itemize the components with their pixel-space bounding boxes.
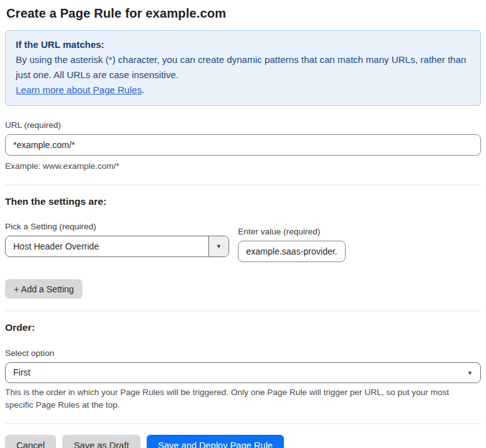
info-box-link-line: Learn more about Page Rules. <box>16 83 470 98</box>
value-label: Enter value (required) <box>238 227 346 236</box>
learn-more-link[interactable]: Learn more about Page Rules <box>16 84 142 95</box>
setting-column: Pick a Setting (required) Host Header Ov… <box>5 222 229 257</box>
order-heading: Order: <box>5 322 481 333</box>
info-box-text: By using the asterisk (*) character, you… <box>16 52 470 83</box>
url-input[interactable] <box>5 134 481 156</box>
order-select-value: First <box>13 367 30 377</box>
settings-heading: Then the settings are: <box>5 196 481 207</box>
section-divider <box>5 185 481 185</box>
page-rule-form: Create a Page Rule for example.com If th… <box>0 0 486 448</box>
section-divider <box>5 311 481 311</box>
add-setting-button[interactable]: + Add a Setting <box>5 279 82 299</box>
url-match-info-box: If the URL matches: By using the asteris… <box>5 30 481 106</box>
value-column: Enter value (required) <box>238 227 346 262</box>
url-label: URL (required) <box>5 120 481 130</box>
order-helper: This is the order in which your Page Rul… <box>5 386 477 411</box>
setting-select-caret-button[interactable]: ▼ <box>208 236 229 256</box>
link-suffix: . <box>142 84 144 95</box>
page-title: Create a Page Rule for example.com <box>6 6 481 21</box>
setting-value-input[interactable] <box>238 241 346 262</box>
save-deploy-button[interactable]: Save and Deploy Page Rule <box>147 435 284 448</box>
order-select[interactable]: First ▼ <box>5 362 481 383</box>
cancel-button[interactable]: Cancel <box>5 435 56 448</box>
setting-label: Pick a Setting (required) <box>5 222 229 231</box>
setting-select-value: Host Header Override <box>6 236 208 256</box>
section-divider <box>5 423 481 424</box>
footer-actions: Cancel Save as Draft Save and Deploy Pag… <box>5 435 481 448</box>
order-label: Select option <box>5 348 481 358</box>
info-box-heading: If the URL matches: <box>16 37 470 52</box>
setting-select[interactable]: Host Header Override ▼ <box>5 236 229 257</box>
save-draft-button[interactable]: Save as Draft <box>62 435 140 448</box>
url-example-helper: Example: www.example.com/* <box>5 160 481 173</box>
caret-down-icon: ▼ <box>216 244 222 250</box>
caret-down-icon: ▼ <box>467 370 473 376</box>
settings-row: Pick a Setting (required) Host Header Ov… <box>5 222 481 262</box>
